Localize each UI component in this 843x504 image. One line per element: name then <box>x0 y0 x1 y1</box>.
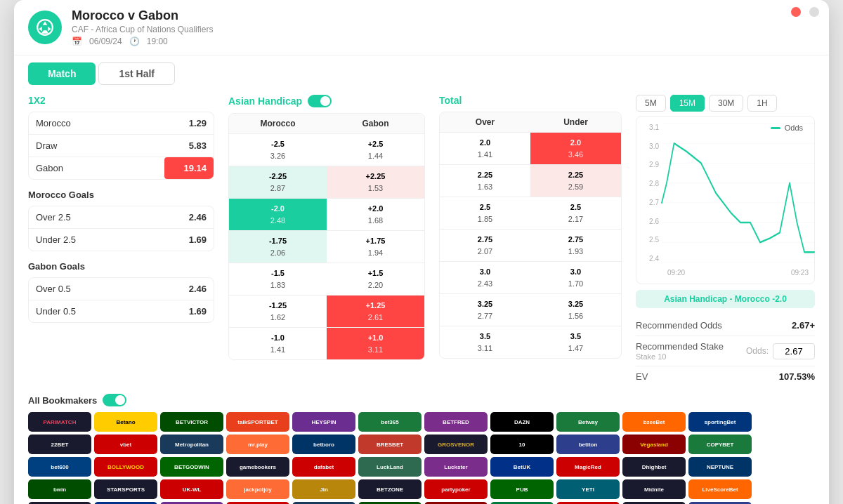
bookmaker-item[interactable]: BRESBET <box>358 435 422 454</box>
ah-cell[interactable]: -1.752.06 <box>229 231 327 263</box>
total-cell[interactable]: 3.252.77 <box>440 294 530 326</box>
total-table-row: 2.01.41 2.03.46 <box>440 133 621 165</box>
bookmaker-item[interactable]: betiton <box>556 435 620 454</box>
total-cell[interactable]: 2.252.59 <box>530 165 621 197</box>
total-cell[interactable]: 3.01.70 <box>530 262 621 293</box>
bookmaker-item[interactable]: BetUK <box>490 457 554 477</box>
bookmaker-item[interactable]: LuckLand <box>358 457 422 477</box>
ah-cell[interactable]: +1.252.61 <box>327 296 424 327</box>
bookmaker-item[interactable]: sportingBet <box>688 412 752 432</box>
ah-cell[interactable]: +2.51.44 <box>327 134 424 166</box>
bookmaker-item[interactable]: bet600 <box>28 457 91 477</box>
bookmaker-item[interactable]: Midnite <box>622 479 686 499</box>
bookmaker-item[interactable]: gamebookers <box>226 457 289 477</box>
bookmaker-item[interactable]: Vegasland <box>622 435 686 454</box>
bookmaker-item[interactable]: DAZN <box>490 412 554 432</box>
tabs-row: Match 1st Half <box>14 55 829 85</box>
tab-match[interactable]: Match <box>28 62 96 85</box>
total-cell[interactable]: 3.51.47 <box>530 326 621 358</box>
ah-header: Asian Handicap <box>228 95 425 107</box>
bookmaker-item[interactable]: BETVICTOR <box>160 412 223 432</box>
bookmaker-item[interactable]: UK-WL <box>160 479 223 499</box>
bookmaker-item[interactable]: bet365 <box>358 412 422 432</box>
bookmaker-item[interactable]: PUB <box>490 479 554 499</box>
bookmaker-item[interactable]: 10 <box>490 435 554 454</box>
total-cell[interactable]: 2.251.63 <box>440 165 530 197</box>
ah-cell[interactable]: -1.51.83 <box>229 263 327 295</box>
total-cell[interactable]: 2.51.85 <box>440 197 530 229</box>
bookmaker-item[interactable]: dafabet <box>292 457 355 477</box>
total-cell[interactable]: 2.03.46 <box>530 133 621 164</box>
bookmaker-item[interactable]: Dhighbet <box>622 457 686 477</box>
ah-cell[interactable]: -2.53.26 <box>229 134 327 166</box>
chart-stats: Recommended Odds 2.67+ Recommended Stake… <box>636 315 815 387</box>
bookmaker-item[interactable]: MagicRed <box>556 457 620 477</box>
total-table-row: 2.51.85 2.52.17 <box>440 197 621 230</box>
close-button[interactable] <box>791 7 801 17</box>
bookmaker-item[interactable]: LiveScoreBet <box>688 479 752 499</box>
soccer-ball-icon <box>36 18 54 37</box>
total-cell[interactable]: 3.251.56 <box>530 294 621 326</box>
bookmaker-item[interactable]: BETZONE <box>358 479 422 499</box>
ah-cell[interactable]: -1.01.41 <box>229 328 327 359</box>
recommended-odds-label: Recommended Odds <box>636 320 722 331</box>
ah-cell[interactable]: -1.251.62 <box>229 296 327 327</box>
table-row: Over 0.5 2.46 <box>29 278 214 300</box>
bookmaker-item[interactable]: STARSPORTS <box>94 479 157 499</box>
bookmaker-item[interactable]: Betano <box>94 412 157 432</box>
odds-input[interactable] <box>773 343 815 359</box>
bookmaker-item[interactable]: COPYBET <box>688 435 752 454</box>
odds-input-label: Odds: <box>746 346 769 356</box>
trash-button[interactable] <box>809 7 819 17</box>
date-icon: 📅 <box>72 37 82 46</box>
total-cell[interactable]: 2.01.41 <box>440 133 530 164</box>
total-cell[interactable]: 3.53.11 <box>440 326 530 358</box>
time-btn-15m[interactable]: 15M <box>670 95 705 112</box>
match-info: Morocco v Gabon CAF - Africa Cup of Nati… <box>72 8 213 46</box>
bookmakers-toggle[interactable] <box>103 394 126 406</box>
ah-toggle[interactable] <box>308 95 332 107</box>
total-cell[interactable]: 2.52.17 <box>530 197 621 229</box>
bookmaker-item[interactable]: betboro <box>292 435 355 454</box>
bookmaker-item[interactable]: Metropolitan <box>160 435 223 454</box>
total-cell[interactable]: 3.02.43 <box>440 262 530 293</box>
bookmaker-item[interactable]: partypoker <box>424 479 488 499</box>
bookmaker-item[interactable]: BETGODWIN <box>160 457 223 477</box>
total-table-row: 3.252.77 3.251.56 <box>440 294 621 326</box>
bookmaker-item[interactable]: jackpotjoy <box>226 479 289 499</box>
bookmaker-item[interactable]: GROSVENOR <box>424 435 488 454</box>
ah-cell[interactable]: +1.52.20 <box>327 263 424 295</box>
bookmaker-item[interactable]: PARIMATCH <box>28 412 91 432</box>
ah-cell[interactable]: +1.03.11 <box>327 328 424 359</box>
time-btn-30m[interactable]: 30M <box>709 95 743 112</box>
bookmaker-item[interactable]: HEYSPIN <box>292 412 355 432</box>
time-btn-1h[interactable]: 1H <box>747 95 776 112</box>
bookmaker-item[interactable]: bzeeBet <box>622 412 686 432</box>
bookmaker-item[interactable]: 22BET <box>28 435 91 454</box>
ah-cell[interactable]: -2.02.48 <box>229 199 327 230</box>
bookmaker-item[interactable]: BETFRED <box>424 412 488 432</box>
bookmaker-item[interactable]: BOLLYWOOD <box>94 457 157 477</box>
bookmaker-item[interactable]: Betway <box>556 412 620 432</box>
ah-cell[interactable]: -2.252.87 <box>229 166 327 198</box>
bookmaker-item[interactable]: NEPTUNE <box>688 457 752 477</box>
morocco-goals-title: Morocco Goals <box>28 190 214 200</box>
ah-cell[interactable]: +1.751.94 <box>327 231 424 263</box>
bookmaker-item[interactable]: Jin <box>292 479 355 499</box>
ah-cell[interactable]: +2.251.53 <box>327 166 424 198</box>
window-controls <box>787 7 819 17</box>
total-cell[interactable]: 2.751.93 <box>530 230 621 261</box>
bookmaker-item[interactable]: YETI <box>556 479 620 499</box>
ah-table-row: -1.752.06 +1.751.94 <box>229 231 424 263</box>
tab-first-half[interactable]: 1st Half <box>98 62 175 85</box>
bookmaker-item[interactable]: vbet <box>94 435 157 454</box>
bookmaker-item[interactable]: Luckster <box>424 457 488 477</box>
time-btn-5m[interactable]: 5M <box>636 95 666 112</box>
bookmaker-item[interactable]: talkSPORTBET <box>226 412 289 432</box>
under-0-5-label: Under 0.5 <box>29 300 164 322</box>
total-cell[interactable]: 2.752.07 <box>440 230 530 261</box>
svg-marker-2 <box>39 27 41 31</box>
ah-cell[interactable]: +2.01.68 <box>327 199 424 230</box>
bookmaker-item[interactable]: bwin <box>28 479 91 499</box>
bookmaker-item[interactable]: mr.play <box>226 435 289 454</box>
